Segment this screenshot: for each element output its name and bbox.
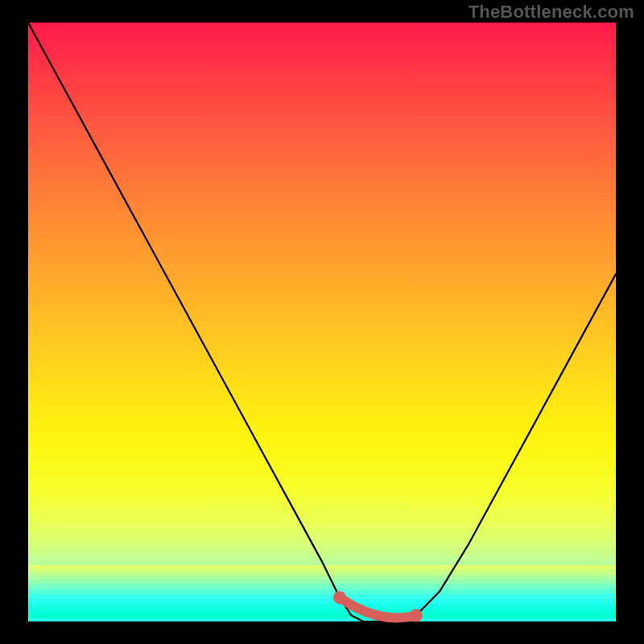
attribution-text: TheBottleneck.com [469, 2, 634, 23]
chart-frame: TheBottleneck.com [0, 0, 644, 644]
svg-point-1 [410, 609, 423, 622]
bottleneck-curve [28, 23, 616, 621]
plot-area [28, 23, 616, 621]
svg-point-0 [333, 591, 346, 604]
